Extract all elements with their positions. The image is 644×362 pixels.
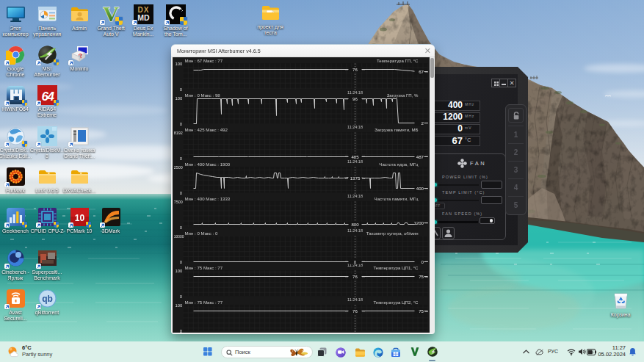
svg-text:64: 64 <box>41 90 54 104</box>
svg-text:75: 75 <box>419 308 424 314</box>
svg-text:11:24:18: 11:24:18 <box>347 125 362 129</box>
svg-text:76: 76 <box>352 67 358 72</box>
svg-text:10000: 10000 <box>173 235 184 239</box>
svg-text:11:24:18: 11:24:18 <box>347 194 362 198</box>
svg-text:Тахометр кулера, об/мин: Тахометр кулера, об/мин <box>366 231 418 236</box>
svg-text:96: 96 <box>352 96 358 101</box>
svg-text:11:24:18: 11:24:18 <box>347 332 362 333</box>
svg-text:76: 76 <box>352 274 358 279</box>
svg-text:10: 10 <box>74 213 84 223</box>
svg-text:Мин : 400 Макс : 1333: Мин : 400 Макс : 1333 <box>184 196 230 201</box>
svg-text:MD: MD <box>137 13 150 22</box>
svg-text:100: 100 <box>175 62 183 66</box>
svg-text:Частота памяти, МГц: Частота памяти, МГц <box>374 196 418 201</box>
svg-text:Мин : 0 Макс : 0: Мин : 0 Макс : 0 <box>184 231 217 236</box>
svg-text:11:24:18: 11:24:18 <box>347 159 362 164</box>
svg-text:Мин : 75 Макс : 77: Мин : 75 Макс : 77 <box>184 300 222 305</box>
svg-text:11:24:18: 11:24:18 <box>347 297 362 302</box>
svg-text:400: 400 <box>416 186 424 191</box>
svg-text:Мин : 425 Макс : 492: Мин : 425 Макс : 492 <box>184 127 228 132</box>
svg-text:1200: 1200 <box>413 220 424 225</box>
svg-text:487: 487 <box>416 154 424 159</box>
svg-text:Мин : 67 Макс : 77: Мин : 67 Макс : 77 <box>184 58 222 63</box>
svg-text:100: 100 <box>175 269 183 273</box>
svg-text:8192: 8192 <box>173 131 182 135</box>
svg-text:Загрузка ГП, %: Загрузка ГП, % <box>386 93 418 98</box>
svg-text:Частота ядра, МГц: Частота ядра, МГц <box>379 162 419 167</box>
svg-text:7500: 7500 <box>173 200 182 204</box>
svg-text:Мин : 0 Макс : 98: Мин : 0 Макс : 98 <box>184 93 220 98</box>
svg-text:76: 76 <box>352 308 358 314</box>
svg-text:485: 485 <box>351 154 359 159</box>
svg-text:Температура ЦП2, °C: Температура ЦП2, °C <box>373 300 419 305</box>
svg-text:2500: 2500 <box>173 165 182 170</box>
svg-text:Температура ЦП1, °C: Температура ЦП1, °C <box>373 265 419 270</box>
svg-text:100: 100 <box>175 303 183 308</box>
svg-text:Мин : 75 Макс : 77: Мин : 75 Макс : 77 <box>184 265 222 270</box>
svg-text:75: 75 <box>419 274 424 279</box>
svg-text:qb: qb <box>42 294 53 304</box>
svg-text:11:24:18: 11:24:18 <box>347 90 362 95</box>
svg-text:Мин : 400 Макс : 1900: Мин : 400 Макс : 1900 <box>184 162 230 167</box>
svg-text:67: 67 <box>419 69 424 74</box>
svg-text:100: 100 <box>175 96 183 101</box>
svg-text:800: 800 <box>351 222 359 227</box>
svg-text:Загрузка памяти, МБ: Загрузка памяти, МБ <box>375 127 418 132</box>
svg-text:1375: 1375 <box>350 175 360 181</box>
svg-text:11:24:18: 11:24:18 <box>347 228 362 233</box>
svg-text:Температура ГП, °C: Температура ГП, °C <box>376 58 418 63</box>
